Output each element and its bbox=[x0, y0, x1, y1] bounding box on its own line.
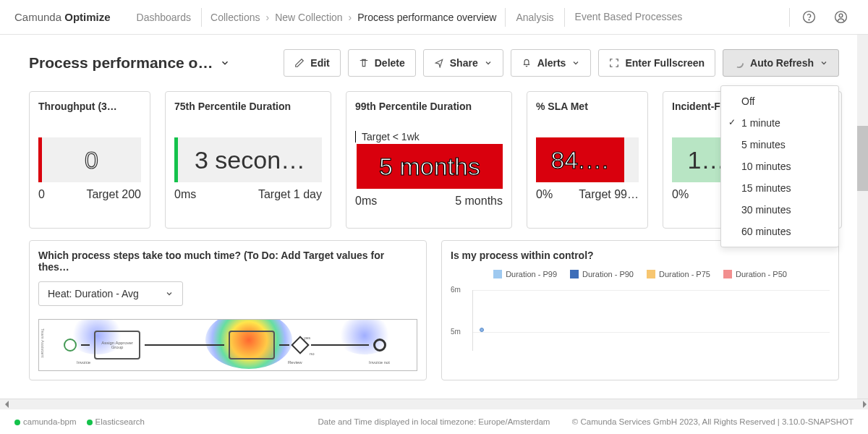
kpi-value: 3 secon… bbox=[195, 146, 305, 174]
breadcrumb: Collections › New Collection › Process p… bbox=[202, 12, 505, 23]
kpi-card-p99[interactable]: 99th Percentile Duration Target < 1wk 5 … bbox=[346, 91, 512, 229]
app-header: Camunda Optimize Dashboards Collections … bbox=[0, 0, 868, 35]
page-toolbar: Process performance o… Edit Delete Share… bbox=[0, 35, 868, 91]
kpi-bar: 5 months bbox=[355, 144, 503, 189]
chart-legend: Duration - P99 Duration - P90 Duration -… bbox=[451, 270, 830, 278]
breadcrumb-current: Process performance overview bbox=[357, 12, 496, 23]
top-nav: Dashboards Collections › New Collection … bbox=[127, 0, 789, 34]
heatmap-panel[interactable]: Which process steps take too much time? … bbox=[29, 240, 427, 380]
pencil-icon bbox=[294, 58, 305, 68]
svg-point-3 bbox=[839, 14, 843, 17]
refresh-option-60m[interactable]: 60 minutes bbox=[721, 221, 838, 242]
bell-icon bbox=[522, 58, 532, 68]
kpi-target-label: Target < 1wk bbox=[355, 131, 503, 142]
help-icon[interactable] bbox=[796, 4, 822, 30]
logo: Camunda Optimize bbox=[14, 11, 111, 23]
swatch bbox=[570, 270, 579, 278]
kpi-card-sla[interactable]: % SLA Met 84.… 0%Target 99… bbox=[527, 91, 648, 229]
panels-row: Which process steps take too much time? … bbox=[29, 240, 839, 380]
kpi-range-right: Target 1 day bbox=[258, 188, 322, 201]
scrollbar-thumb[interactable] bbox=[857, 126, 868, 191]
refresh-option-10m[interactable]: 10 minutes bbox=[721, 156, 838, 177]
nav-analysis[interactable]: Analysis bbox=[506, 0, 563, 34]
nav-event-based[interactable]: Event Based Processes bbox=[565, 0, 693, 34]
kpi-value: 5 months bbox=[379, 153, 480, 181]
kpi-title: % SLA Met bbox=[536, 101, 639, 112]
status-camunda: camunda-bpm bbox=[14, 417, 77, 426]
panel-title: Which process steps take too much time? … bbox=[38, 250, 417, 273]
swatch bbox=[647, 270, 655, 278]
fullscreen-button[interactable]: Enter Fullscreen bbox=[598, 49, 715, 77]
chevron-down-icon bbox=[571, 59, 580, 67]
auto-refresh-dropdown: Off 1 minute 5 minutes 10 minutes 15 min… bbox=[720, 85, 839, 247]
breadcrumb-root[interactable]: Collections bbox=[210, 12, 260, 23]
panel-title: Is my process within control? bbox=[451, 250, 830, 261]
refresh-option-15m[interactable]: 15 minutes bbox=[721, 177, 838, 199]
kpi-card-throughput[interactable]: Throughput (3… 0 0Target 200 bbox=[29, 91, 150, 229]
alerts-button[interactable]: Alerts bbox=[511, 49, 592, 77]
kpi-cards-row: Throughput (3… 0 0Target 200 75th Percen… bbox=[29, 91, 839, 229]
lane-label: Team Assistant bbox=[41, 328, 45, 357]
kpi-value: 0 bbox=[85, 146, 98, 174]
kpi-range-left: 0% bbox=[536, 188, 553, 201]
chart-area: 6m 5m bbox=[451, 286, 830, 351]
auto-refresh-button[interactable]: Auto Refresh bbox=[723, 49, 839, 77]
edit-button[interactable]: Edit bbox=[284, 49, 340, 77]
refresh-option-off[interactable]: Off bbox=[721, 90, 838, 112]
chevron-right-icon: › bbox=[349, 12, 352, 23]
chevron-down-icon bbox=[165, 289, 174, 298]
y-tick: 5m bbox=[451, 328, 461, 336]
spinner-icon bbox=[733, 58, 744, 69]
user-icon[interactable] bbox=[827, 4, 854, 30]
dashboard-title-row[interactable]: Process performance o… bbox=[29, 54, 276, 72]
y-tick: 6m bbox=[451, 286, 461, 294]
svg-point-4 bbox=[735, 59, 743, 67]
breadcrumb-collection[interactable]: New Collection bbox=[275, 12, 342, 23]
nav-dashboards[interactable]: Dashboards bbox=[127, 0, 202, 34]
refresh-option-1m[interactable]: 1 minute bbox=[721, 112, 838, 134]
nav-separator bbox=[789, 8, 790, 27]
kpi-bar: 84.… bbox=[536, 137, 639, 182]
chevron-down-icon bbox=[484, 59, 493, 67]
share-button[interactable]: Share bbox=[423, 49, 503, 77]
vertical-scrollbar[interactable] bbox=[857, 35, 868, 399]
data-point bbox=[480, 328, 484, 332]
end-event-icon bbox=[373, 339, 386, 352]
status-dot-icon bbox=[87, 420, 93, 425]
chevron-right-icon: › bbox=[266, 12, 270, 23]
svg-point-0 bbox=[803, 12, 814, 23]
refresh-option-5m[interactable]: 5 minutes bbox=[721, 134, 838, 156]
legend-item: Duration - P75 bbox=[647, 270, 710, 278]
trash-icon bbox=[359, 58, 369, 68]
kpi-range-right: 5 months bbox=[455, 195, 503, 208]
legend-item: Duration - P50 bbox=[723, 270, 787, 278]
svg-point-1 bbox=[809, 20, 809, 20]
copyright-label: © Camunda Services GmbH 2023, All Rights… bbox=[572, 417, 854, 426]
horizontal-scrollbar[interactable] bbox=[0, 399, 868, 409]
kpi-bar: 3 secon… bbox=[174, 137, 322, 182]
chevron-down-icon bbox=[220, 58, 230, 68]
kpi-value: 84.… bbox=[550, 146, 609, 174]
process-heatmap[interactable]: Team Assistant Invoice Assign Approver G… bbox=[38, 319, 417, 371]
timezone-label: Date and Time displayed in local timezon… bbox=[318, 417, 550, 426]
kpi-range-left: 0ms bbox=[355, 195, 377, 208]
delete-button[interactable]: Delete bbox=[348, 49, 416, 77]
task-node bbox=[229, 331, 275, 359]
legend-item: Duration - P90 bbox=[570, 270, 634, 278]
dashboard-title: Process performance o… bbox=[29, 54, 213, 72]
legend-item: Duration - P99 bbox=[493, 270, 557, 278]
kpi-title: 99th Percentile Duration bbox=[355, 101, 503, 112]
control-chart-panel[interactable]: Is my process within control? Duration -… bbox=[441, 240, 839, 380]
heatmap-metric-select[interactable]: Heat: Duration - Avg bbox=[38, 281, 183, 306]
kpi-range-left: 0% bbox=[672, 188, 689, 201]
kpi-title: 75th Percentile Duration bbox=[174, 101, 322, 112]
kpi-card-p75[interactable]: 75th Percentile Duration 3 secon… 0msTar… bbox=[165, 91, 331, 229]
kpi-title: Throughput (3… bbox=[38, 101, 141, 112]
status-bar: camunda-bpm Elasticsearch Date and Time … bbox=[0, 409, 868, 434]
start-event-icon bbox=[64, 339, 77, 352]
fullscreen-icon bbox=[609, 58, 619, 68]
chevron-down-icon bbox=[820, 59, 828, 67]
refresh-option-30m[interactable]: 30 minutes bbox=[721, 199, 838, 221]
kpi-range-right: Target 99… bbox=[579, 188, 639, 201]
status-dot-icon bbox=[14, 420, 20, 425]
